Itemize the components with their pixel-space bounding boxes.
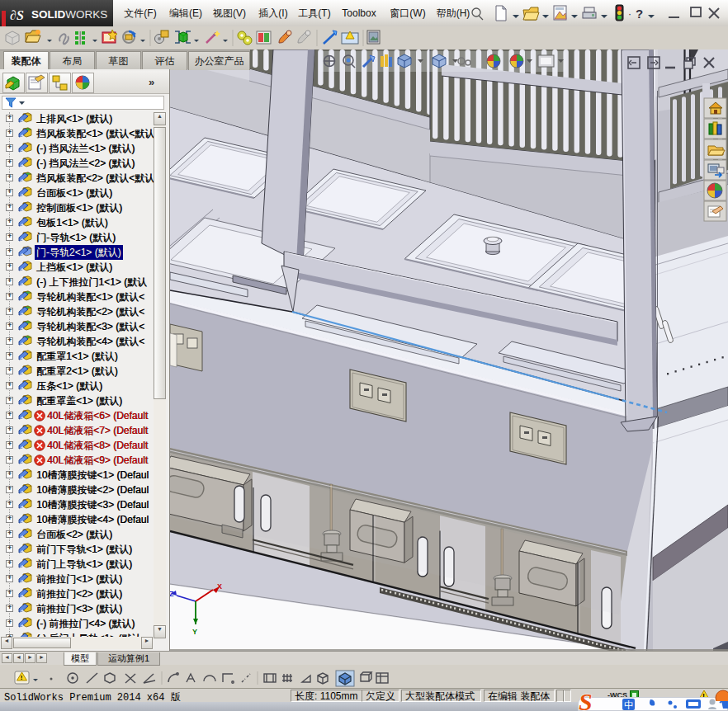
svg-text:X: X xyxy=(217,582,222,591)
svg-text:Z: Z xyxy=(170,590,174,598)
svg-text:SOLIDWORKS: SOLIDWORKS xyxy=(31,8,107,21)
svg-text:Y: Y xyxy=(192,628,197,636)
svg-text:?: ? xyxy=(636,7,643,21)
svg-text:!: ! xyxy=(21,674,23,681)
svg-text:中: 中 xyxy=(624,699,634,711)
svg-text:S: S xyxy=(579,691,593,711)
svg-text:∂S: ∂S xyxy=(10,8,24,22)
svg-text:·: · xyxy=(628,8,631,20)
